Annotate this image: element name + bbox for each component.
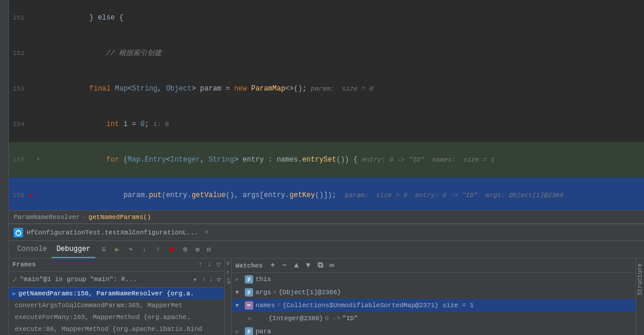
watch-up-btn[interactable]: ▲ (291, 260, 302, 271)
watch-item-names[interactable]: ▼ ∞ names = {Collections$UnmodifiableSor… (232, 299, 636, 312)
code-line-153: 153 final Map<String, Object> param = ne… (9, 71, 644, 107)
code-token: new (234, 85, 251, 93)
thread-filter2-btn[interactable]: ▽ (216, 276, 221, 284)
watch-eq-integer: 0 -> (325, 315, 340, 322)
line-gutter-156: 156 ● (9, 178, 44, 210)
watch-icon-args: p (245, 288, 253, 297)
watch-eq-names: = (277, 302, 281, 309)
editor-area: 151 } else { 152 // 根据索引创建 (9, 0, 644, 210)
left-sidebar (0, 0, 9, 335)
breakpoint-156[interactable]: ● (27, 189, 35, 201)
code-content-151: } else { (44, 0, 644, 36)
frames-down-btn[interactable]: ↓ (208, 260, 212, 269)
watches-header: Watches + − ▲ ▼ ⧉ ∞ (232, 259, 636, 273)
code-token: String (209, 156, 234, 164)
bug-icon (15, 229, 22, 236)
watch-expand-integer[interactable]: ▶ (248, 315, 257, 322)
breadcrumb-class[interactable]: ParamNameResolver (14, 214, 80, 221)
frame-item-label: getNamedParams:156, ParamNameResolver {o… (18, 290, 194, 297)
structure-sidebar[interactable]: Structure (636, 259, 644, 335)
line-gutter-151: 151 (9, 0, 44, 36)
arrow-expand-icon[interactable]: ► (226, 269, 229, 275)
inline-debug: entry: 0 -> "ID" names: size = 1 (362, 156, 494, 163)
watch-name-args: args (255, 289, 271, 296)
line-num-155: 155 (9, 154, 27, 166)
thread-up-btn[interactable]: ↑ (202, 276, 206, 283)
code-content-155: for (Map.Entry<Integer, String> entry : … (44, 142, 644, 178)
watch-remove-btn[interactable]: − (279, 260, 290, 271)
watch-toggle-btn[interactable]: ∞ (326, 260, 337, 271)
breadcrumb-sep: › (82, 214, 86, 221)
resume-btn[interactable]: ▶ (111, 244, 123, 256)
frame-item-1[interactable]: convertArgsToSqlCommandParam:385, Mapper… (9, 299, 224, 311)
structure-label[interactable]: Structure (637, 259, 643, 300)
watch-item-integer[interactable]: ▶ {Integer@2380} 0 -> "ID" (232, 312, 636, 325)
frame-item-3[interactable]: execute:86, MapperMethod {org.apache.iba… (9, 323, 224, 335)
debug-tabs-toolbar: Console Debugger ≡ ▶ ↷ ↓ ↑ ■ ⚙ ⊞ ⊟ (9, 241, 644, 259)
inline-debug: param: size = 0 entry: 0 -> "ID" args: O… (345, 192, 564, 199)
code-token: // 根据索引创建 (89, 49, 161, 57)
step-into-btn[interactable]: ↓ (138, 244, 150, 256)
stop-btn[interactable]: ■ (166, 244, 177, 256)
frames-filter-btn[interactable]: ▽ (216, 260, 221, 269)
watch-name-param: para (255, 328, 271, 335)
step-over-btn[interactable]: ↷ (125, 244, 137, 256)
code-token: , (157, 85, 166, 93)
watch-item-this[interactable]: ▶ p this (232, 273, 636, 286)
svg-point-0 (16, 231, 21, 236)
tab-debugger[interactable]: Debugger (51, 241, 95, 258)
code-token: ParamMap (251, 85, 286, 93)
main-content: 151 } else { 152 // 根据索引创建 (9, 0, 644, 335)
watch-expand-args[interactable]: ▼ (235, 289, 244, 296)
code-content-153: final Map<String, Object> param = new Pa… (44, 71, 644, 107)
thread-label: "main"@1 in group "main": R... (20, 276, 190, 283)
watch-item-args[interactable]: ▼ p args = {Object[1]@2366} (232, 286, 636, 299)
v-label-eq[interactable]: =≡ (225, 278, 231, 284)
watch-down-btn[interactable]: ▼ (303, 260, 313, 271)
table-icon[interactable]: ⊞ (193, 245, 202, 255)
inline-debug: i: 0 (153, 121, 169, 128)
code-token: 0 (140, 120, 144, 128)
thread-check-icon: ✓ (12, 275, 17, 285)
frame-item-0[interactable]: ▶ getNamedParams:156, ParamNameResolver … (9, 288, 224, 299)
debug-header: HfConfigurationTest.testXmlConfiguration… (9, 224, 644, 241)
watch-expand-param[interactable]: ▶ (235, 328, 244, 335)
watch-item-param[interactable]: ▶ p para (232, 325, 636, 335)
frames-up-btn[interactable]: ↑ (198, 260, 202, 269)
watch-add-btn[interactable]: + (267, 260, 278, 271)
code-token: Object (166, 85, 192, 93)
watch-expand-names[interactable]: ▼ (235, 302, 244, 309)
code-token: Integer (170, 156, 200, 164)
frame-item-2[interactable]: executeForMany:165, MapperMethod {org.ap… (9, 311, 224, 323)
watch-val-args: {Object[1]@2366} (279, 289, 341, 296)
code-lines: 151 } else { 152 // 根据索引创建 (9, 0, 644, 210)
line-num-154: 154 (9, 118, 27, 130)
frame-arrow-icon: ▶ (12, 290, 16, 297)
thread-down-btn[interactable]: ↓ (209, 276, 213, 283)
code-token: , (200, 156, 208, 164)
watch-expand-this[interactable]: ▶ (235, 276, 244, 283)
code-line-155: 155 ▼ for (Map.Entry<Integer, String> en… (9, 142, 644, 178)
breadcrumb-method[interactable]: getNamedParams() (89, 214, 151, 221)
code-token: ( (124, 156, 128, 164)
tab-console[interactable]: Console (12, 241, 51, 258)
grid-icon[interactable]: ⊟ (204, 245, 213, 255)
debug-tab-close[interactable]: × (204, 228, 208, 237)
code-token: < (128, 85, 132, 93)
frames-thread: ✓ "main"@1 in group "main": R... ▾ ↑ ↓ ▽ (9, 272, 224, 288)
frames-pane: Frames ↑ ↓ ▽ ✓ "main"@1 in group "main":… (9, 259, 225, 335)
code-token: i (124, 120, 128, 128)
code-token: getKey (290, 191, 315, 199)
debug-tab-title: HfConfigurationTest.testXmlConfiguration… (27, 229, 198, 236)
settings-btn[interactable]: ⚙ (179, 244, 191, 256)
code-token: > entry : names. (234, 156, 302, 164)
watch-name-names: names (255, 302, 275, 309)
restore-btn[interactable]: ≡ (98, 244, 109, 256)
watches-pane: Watches + − ▲ ▼ ⧉ ∞ ▶ p this (232, 259, 636, 335)
step-out-btn[interactable]: ↑ (152, 244, 164, 256)
code-token: < (166, 156, 170, 164)
code-content-152: // 根据索引创建 (44, 36, 644, 71)
code-token: ()]); (315, 191, 345, 199)
thread-dropdown-btn[interactable]: ▾ (193, 276, 198, 284)
watch-copy-btn[interactable]: ⧉ (315, 260, 325, 271)
